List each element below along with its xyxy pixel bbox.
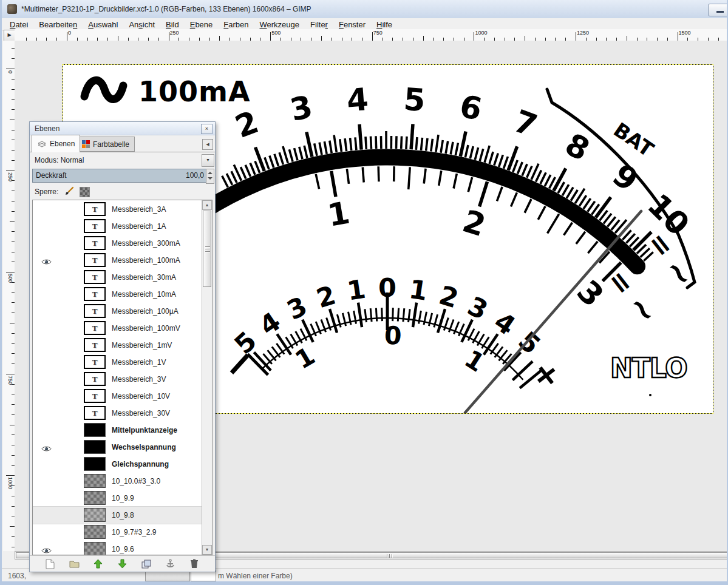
minimize-button[interactable] bbox=[708, 4, 728, 16]
layer-name[interactable]: 10_9.6 bbox=[112, 545, 134, 553]
layer-thumbnail[interactable] bbox=[84, 457, 106, 471]
layer-name[interactable]: Messbereich_3A bbox=[112, 205, 166, 214]
opacity-slider[interactable]: Deckkraft 100,0 bbox=[32, 169, 207, 183]
layer-name[interactable]: 10_10.0#3_3.0 bbox=[112, 477, 160, 485]
layer-thumbnail[interactable]: T bbox=[84, 253, 106, 267]
layer-row[interactable]: TMessbereich_10mA bbox=[33, 286, 202, 303]
layer-row[interactable]: TMessbereich_1V bbox=[33, 354, 202, 371]
layer-thumbnail[interactable]: T bbox=[84, 270, 106, 284]
layer-name[interactable]: 10_9.8 bbox=[112, 511, 134, 519]
raise-layer-button[interactable] bbox=[92, 558, 105, 570]
layer-thumbnail[interactable] bbox=[84, 440, 106, 454]
layer-row[interactable]: TMessbereich_300mA bbox=[33, 235, 202, 252]
mode-combobox[interactable]: Modus: Normal bbox=[35, 156, 84, 164]
layer-row[interactable]: Gleichspannung bbox=[33, 456, 202, 473]
layer-row[interactable]: Wechselspannung bbox=[33, 439, 202, 456]
layer-name[interactable]: Messbereich_3V bbox=[112, 375, 166, 384]
layer-row[interactable]: TMessbereich_100mA bbox=[33, 252, 202, 269]
layer-name[interactable]: Mittelpunktanzeige bbox=[112, 426, 177, 435]
new-group-button[interactable] bbox=[67, 558, 81, 570]
layer-row[interactable]: TMessbereich_30mA bbox=[33, 269, 202, 286]
layer-row[interactable]: 10_9.6 bbox=[33, 541, 202, 555]
vertical-ruler[interactable]: 02505007501000 bbox=[3, 41, 15, 551]
layer-thumbnail[interactable] bbox=[84, 525, 106, 539]
layer-name[interactable]: Messbereich_1V bbox=[112, 358, 166, 367]
layer-row[interactable]: TMessbereich_1A bbox=[33, 218, 202, 235]
layer-name[interactable]: 10_9.9 bbox=[112, 494, 134, 502]
title-bar[interactable]: *Multimeter_P3210-1P_Druckbilder.xcf-1.0… bbox=[2, 0, 727, 19]
scroll-up-icon[interactable]: ▲ bbox=[202, 200, 212, 210]
menu-ansicht[interactable]: Ansicht bbox=[123, 19, 160, 30]
spin-down-icon[interactable] bbox=[208, 177, 213, 180]
layer-name[interactable]: Messbereich_1mV bbox=[112, 341, 172, 350]
layer-name[interactable]: Gleichspannung bbox=[112, 460, 169, 468]
layer-row[interactable]: 10_9.8 bbox=[33, 507, 202, 524]
layer-name[interactable]: Messbereich_10mA bbox=[112, 290, 176, 299]
menu-auswahl[interactable]: Auswahl bbox=[83, 19, 123, 30]
menu-bearbeiten[interactable]: Bearbeiten bbox=[33, 19, 83, 30]
layer-row[interactable]: TMessbereich_10V bbox=[33, 388, 202, 405]
layer-row[interactable]: Mittelpunktanzeige bbox=[33, 422, 202, 439]
layer-name[interactable]: Messbereich_10V bbox=[112, 392, 170, 401]
paintbrush-icon[interactable] bbox=[64, 186, 75, 197]
tab-farbtabelle[interactable]: Farbtabelle bbox=[77, 137, 135, 152]
layer-thumbnail[interactable]: T bbox=[84, 338, 106, 352]
layer-thumbnail[interactable]: T bbox=[84, 219, 106, 233]
menu-farben[interactable]: Farben bbox=[218, 19, 254, 30]
layer-row[interactable]: TMessbereich_100mV bbox=[33, 320, 202, 337]
menu-bild[interactable]: Bild bbox=[160, 19, 185, 30]
lock-alpha-icon[interactable] bbox=[80, 187, 90, 197]
visibility-eye-icon[interactable] bbox=[41, 444, 52, 455]
layer-thumbnail[interactable]: T bbox=[84, 304, 106, 318]
spin-up-icon[interactable] bbox=[208, 172, 213, 174]
layer-thumbnail[interactable] bbox=[84, 542, 106, 555]
menu-datei[interactable]: Datei bbox=[4, 19, 33, 30]
layer-thumbnail[interactable]: T bbox=[84, 406, 106, 420]
layers-list[interactable]: TMessbereich_3ATMessbereich_1ATMessberei… bbox=[32, 200, 213, 555]
close-icon[interactable]: × bbox=[201, 124, 213, 134]
layer-thumbnail[interactable] bbox=[84, 474, 106, 488]
layer-thumbnail[interactable]: T bbox=[84, 372, 106, 386]
opacity-stepper[interactable] bbox=[206, 169, 214, 184]
layer-name[interactable]: Wechselspannung bbox=[112, 443, 176, 451]
layer-row[interactable]: TMessbereich_3A bbox=[33, 201, 202, 218]
layer-name[interactable]: Messbereich_30mA bbox=[112, 273, 176, 282]
layer-name[interactable]: Messbereich_300mA bbox=[112, 239, 180, 248]
layer-row[interactable]: TMessbereich_1mV bbox=[33, 337, 202, 354]
layer-name[interactable]: Messbereich_100mA bbox=[112, 256, 180, 265]
layer-row[interactable]: TMessbereich_100µA bbox=[33, 303, 202, 320]
layer-row[interactable]: 10_9.7#3_2.9 bbox=[33, 524, 202, 541]
layer-name[interactable]: Messbereich_100mV bbox=[112, 324, 180, 333]
layers-dialog-titlebar[interactable]: Ebenen × bbox=[30, 122, 215, 135]
scroll-down-icon[interactable]: ▼ bbox=[202, 545, 212, 555]
new-layer-button[interactable] bbox=[44, 558, 57, 570]
menu-filter[interactable]: Filter bbox=[305, 19, 333, 30]
layer-thumbnail[interactable]: T bbox=[84, 321, 106, 335]
duplicate-layer-button[interactable] bbox=[140, 558, 153, 570]
layer-row[interactable]: TMessbereich_3V bbox=[33, 371, 202, 388]
lower-layer-button[interactable] bbox=[115, 558, 129, 570]
layer-thumbnail[interactable]: T bbox=[84, 355, 106, 369]
layers-scrollbar-thumb[interactable] bbox=[203, 211, 211, 287]
layer-thumbnail[interactable] bbox=[84, 491, 106, 505]
layer-thumbnail[interactable] bbox=[84, 423, 106, 437]
ruler-corner-button[interactable]: ▶ bbox=[4, 30, 15, 41]
anchor-icon[interactable] bbox=[164, 558, 177, 570]
layers-dialog[interactable]: Ebenen × Ebenen Farbtabelle ◀ Modus: Nor… bbox=[29, 121, 216, 572]
layer-thumbnail[interactable]: T bbox=[84, 202, 106, 216]
menu-ebene[interactable]: Ebene bbox=[185, 19, 219, 30]
tab-menu-icon[interactable]: ◀ bbox=[202, 139, 213, 150]
layer-name[interactable]: 10_9.7#3_2.9 bbox=[112, 528, 156, 536]
layer-row[interactable]: 10_10.0#3_3.0 bbox=[33, 473, 202, 490]
horizontal-ruler[interactable]: 0250500750100012501500 bbox=[15, 29, 728, 41]
layers-scrollbar[interactable]: ▲ ▼ bbox=[202, 200, 212, 555]
layer-row[interactable]: TMessbereich_30V bbox=[33, 405, 202, 422]
layer-name[interactable]: Messbereich_30V bbox=[112, 409, 170, 418]
menu-fenster[interactable]: Fenster bbox=[333, 19, 371, 30]
visibility-eye-icon[interactable] bbox=[41, 257, 52, 268]
menu-hilfe[interactable]: Hilfe bbox=[371, 19, 398, 30]
layer-thumbnail[interactable]: T bbox=[84, 389, 106, 403]
layer-thumbnail[interactable]: T bbox=[84, 287, 106, 301]
visibility-eye-icon[interactable] bbox=[41, 546, 52, 555]
layer-row[interactable]: 10_9.9 bbox=[33, 490, 202, 507]
